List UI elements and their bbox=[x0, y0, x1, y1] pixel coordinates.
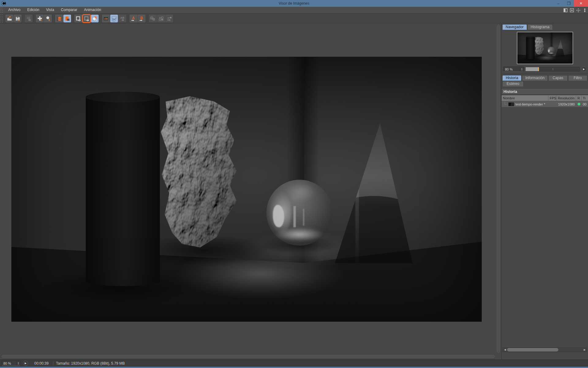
col-r[interactable]: R bbox=[576, 96, 582, 101]
navigator-zoom-spinner[interactable]: 80 % ▲▼ bbox=[503, 67, 524, 72]
statusbar-image-info: Tamaño: 1920x1080, RGB (8Bit), 5.79 MB bbox=[56, 361, 125, 366]
menu-vista[interactable]: Vista bbox=[43, 7, 57, 13]
split-columns-icon[interactable] bbox=[563, 7, 568, 13]
save-image-icon: ? bbox=[15, 16, 21, 21]
history-stack-button[interactable] bbox=[63, 15, 71, 22]
svg-text:AB: AB bbox=[120, 16, 124, 19]
toolbar-grip[interactable] bbox=[0, 14, 4, 23]
ab-options-icon: A? f4B bbox=[167, 16, 172, 21]
col-resolucion[interactable]: Resolución bbox=[556, 96, 576, 101]
menubar-grip[interactable] bbox=[0, 7, 4, 13]
svg-text:A: A bbox=[132, 16, 135, 20]
scroll-left-arrow-icon[interactable]: ◀ bbox=[503, 348, 507, 351]
statusbar-render-time: 00:00:39 bbox=[34, 361, 49, 366]
toolbar-group-zoomfit bbox=[35, 14, 52, 23]
navigator-zoom-slider[interactable] bbox=[525, 67, 580, 71]
history-row[interactable]: test-tiempo-render * 1920x1080 00 bbox=[502, 101, 588, 107]
channel-grid-button[interactable] bbox=[25, 15, 32, 22]
open-image-button[interactable] bbox=[6, 15, 13, 22]
move-panel-icon[interactable] bbox=[575, 7, 581, 13]
history-table: Nombre FPS Resolución R Ti test-tiempo-r… bbox=[502, 95, 588, 107]
resize-vertical-icon[interactable] bbox=[582, 7, 587, 13]
set-image-b-button[interactable]: B bbox=[138, 15, 145, 22]
navigator-play-button[interactable]: ▶ bbox=[581, 67, 586, 72]
right-panel: Navegador Histograma bbox=[501, 24, 588, 359]
fit-to-view-button[interactable] bbox=[36, 15, 43, 22]
set-image-b-icon: B bbox=[139, 16, 145, 21]
statusbar-zoom-stepper[interactable]: ▲▼ bbox=[16, 361, 20, 366]
tab-navegador[interactable]: Navegador bbox=[502, 24, 527, 30]
original-size-button[interactable] bbox=[44, 15, 52, 22]
viewport-horizontal-scroll-thumb[interactable] bbox=[2, 355, 495, 358]
tab-capas[interactable]: Capas bbox=[548, 75, 567, 81]
show-image-a-button[interactable] bbox=[74, 15, 82, 22]
history-stack-icon bbox=[65, 16, 70, 21]
history-row-time: 00 bbox=[582, 102, 588, 106]
menu-animacion[interactable]: Animación bbox=[81, 7, 104, 13]
ab-options-button[interactable]: A? f4B bbox=[165, 15, 173, 22]
ab-compare-small-button[interactable]: A B bbox=[102, 15, 110, 22]
col-nombre[interactable]: Nombre bbox=[502, 96, 548, 101]
history-row-name: test-tiempo-render * bbox=[515, 102, 545, 106]
viewport-vertical-scroll-thumb[interactable] bbox=[497, 25, 500, 353]
ab-compare-eye-button[interactable]: AB bbox=[119, 15, 126, 22]
tab-filtro[interactable]: Filtro bbox=[568, 75, 587, 81]
navigator-zoom-center-tick bbox=[553, 68, 553, 70]
delete-history-button[interactable] bbox=[55, 15, 63, 22]
tab-historia[interactable]: Historia bbox=[502, 75, 522, 81]
history-row-thumbnail bbox=[508, 102, 514, 106]
close-button[interactable]: ✕ bbox=[574, 0, 588, 7]
svg-text:A: A bbox=[112, 17, 114, 19]
window-bottom-edge bbox=[0, 367, 588, 368]
show-image-b-button[interactable] bbox=[83, 15, 90, 22]
history-row-resolution: 1920x1080 bbox=[556, 102, 576, 106]
save-image-button[interactable]: ? bbox=[14, 15, 21, 22]
statusbar-zoom-value: 80 % bbox=[2, 362, 16, 365]
svg-text:f4B: f4B bbox=[167, 19, 171, 21]
add-panel-icon[interactable] bbox=[569, 7, 575, 13]
show-ab-blend-button[interactable] bbox=[91, 15, 99, 22]
tab-histograma[interactable]: Histograma bbox=[527, 24, 553, 30]
scroll-right-arrow-icon[interactable]: ▶ bbox=[582, 348, 587, 351]
ab-align-button[interactable]: A= bbox=[157, 15, 165, 22]
open-image-icon bbox=[7, 16, 12, 21]
menu-edicion[interactable]: Edición bbox=[24, 7, 43, 13]
svg-text:A: A bbox=[104, 17, 106, 20]
play-arrow-icon: ▶ bbox=[24, 362, 26, 365]
panel-horizontal-scrollbar[interactable]: ◀ ▶ bbox=[503, 347, 587, 352]
statusbar-zoom-spinner[interactable]: 80 % ▲▼ bbox=[2, 361, 21, 366]
statusbar-play-button[interactable]: ▶ bbox=[23, 361, 28, 366]
titlebar[interactable]: Visor de Imágenes – ❐ ✕ bbox=[0, 0, 588, 7]
navigator-zoom-stepper[interactable]: ▲▼ bbox=[520, 67, 524, 71]
ab-align-icon: A= bbox=[158, 16, 164, 21]
navigator-section: Navegador Histograma bbox=[502, 24, 588, 74]
main-area bbox=[0, 24, 501, 359]
restore-button[interactable]: ❐ bbox=[564, 0, 574, 7]
menu-archivo[interactable]: Archivo bbox=[5, 7, 24, 13]
history-header: Historia bbox=[502, 89, 588, 94]
stepper-down-icon: ▼ bbox=[521, 69, 523, 71]
navigator-preview[interactable] bbox=[517, 32, 573, 64]
menu-comparar[interactable]: Comparar bbox=[58, 7, 81, 13]
set-image-a-button[interactable]: A bbox=[130, 15, 137, 22]
render-viewport[interactable] bbox=[11, 57, 482, 322]
status-green-dot bbox=[578, 103, 580, 105]
viewport-horizontal-scrollbar[interactable] bbox=[1, 355, 495, 358]
minimize-button[interactable]: – bbox=[553, 0, 564, 7]
col-tiempo[interactable]: Ti bbox=[582, 96, 588, 101]
navigator-zoom-slider-thumb[interactable] bbox=[538, 67, 539, 71]
panel-scroll-track[interactable] bbox=[507, 348, 582, 352]
cinema4d-logo-icon bbox=[1, 1, 6, 6]
viewport-vertical-scrollbar[interactable] bbox=[496, 24, 500, 353]
tab-estereo[interactable]: Estéreo bbox=[502, 81, 524, 86]
ab-swap-icon: A D bbox=[150, 16, 156, 21]
svg-text:A: A bbox=[151, 17, 153, 19]
col-fps[interactable]: FPS bbox=[548, 96, 556, 101]
picture-viewer-window: Visor de Imágenes – ❐ ✕ Archivo Edición … bbox=[0, 0, 588, 368]
toolbar-group-show bbox=[74, 14, 99, 23]
delete-history-icon bbox=[56, 16, 62, 21]
tab-informacion[interactable]: Información bbox=[522, 75, 548, 81]
ab-swap-button[interactable]: A D bbox=[149, 15, 156, 22]
panel-scroll-thumb[interactable] bbox=[507, 348, 558, 351]
ab-compare-split-button[interactable]: A B bbox=[110, 15, 118, 22]
